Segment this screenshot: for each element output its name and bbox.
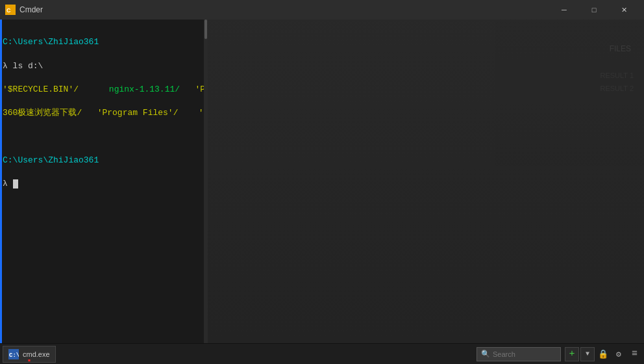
menu-icon[interactable]: ≡ (627, 347, 641, 361)
background-content: FILES RESULT 1 RESULT 2 (208, 20, 644, 343)
svg-text:C:\: C:\ (9, 352, 19, 359)
taskbar-right-controls: + ▼ 🔒 ⚙ ≡ (565, 347, 641, 361)
prompt-path-2: C:\Users\ZhiJiao361 (3, 155, 99, 165)
terminal-area: C:\Users\ZhiJiao361 λ ls d:\ '$RECYCLE.B… (0, 20, 644, 343)
bg-line-1: FILES (208, 39, 644, 56)
terminal-panel[interactable]: C:\Users\ZhiJiao361 λ ls d:\ '$RECYCLE.B… (0, 20, 208, 343)
minimize-button[interactable]: ─ (549, 0, 579, 20)
maximize-button[interactable]: □ (579, 0, 609, 20)
left-accent (0, 20, 2, 343)
dir-2-1: 360极速浏览器下载/ (3, 108, 82, 118)
title-bar: C Cmder ─ □ ✕ (0, 0, 644, 20)
close-button[interactable]: ✕ (609, 0, 639, 20)
cursor (13, 179, 18, 188)
window-title: Cmder (19, 5, 549, 14)
lock-icon[interactable]: 🔒 (596, 347, 610, 361)
taskbar-app-icon: C:\ (8, 349, 19, 359)
dir-2-2: 'Program Files'/ (97, 108, 179, 118)
bg-line-3: RESULT 2 (208, 82, 644, 95)
add-button[interactable]: + (565, 347, 579, 361)
terminal-output: C:\Users\ZhiJiao361 λ ls d:\ '$RECYCLE.B… (3, 25, 205, 202)
search-input[interactable] (493, 350, 551, 358)
cmder-icon: C (5, 5, 16, 15)
taskbar-accent (28, 359, 30, 361)
command-1: ls d:\ (8, 61, 43, 71)
lambda-1: λ (3, 61, 8, 71)
taskbar: C:\ cmd.exe 🔍 + ▼ 🔒 ⚙ ≡ (0, 343, 644, 364)
search-icon: 🔍 (481, 350, 490, 358)
window-controls: ─ □ ✕ (549, 0, 639, 20)
taskbar-search-box[interactable]: 🔍 (477, 347, 561, 361)
dir-1-2: nginx-1.13.11/ (109, 84, 180, 94)
prompt-path-1: C:\Users\ZhiJiao361 (3, 37, 99, 47)
bg-line-2: RESULT 1 (208, 69, 644, 82)
taskbar-app-wrapper: C:\ cmd.exe (3, 346, 56, 363)
svg-text:C: C (6, 7, 11, 14)
right-panel: FILES RESULT 1 RESULT 2 (208, 20, 644, 343)
dropdown-button[interactable]: ▼ (580, 347, 595, 361)
lambda-2: λ (3, 179, 8, 188)
taskbar-app-label: cmd.exe (23, 350, 50, 358)
settings-icon[interactable]: ⚙ (612, 347, 626, 361)
dir-1-1: '$RECYCLE.BIN'/ (3, 84, 79, 94)
scrollbar-thumb[interactable] (204, 20, 207, 39)
